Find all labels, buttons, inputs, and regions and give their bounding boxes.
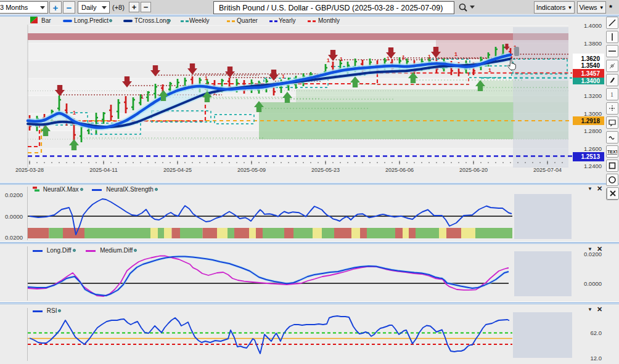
- svg-text:1: 1: [610, 91, 613, 98]
- svg-text:TEXT: TEXT: [607, 150, 617, 154]
